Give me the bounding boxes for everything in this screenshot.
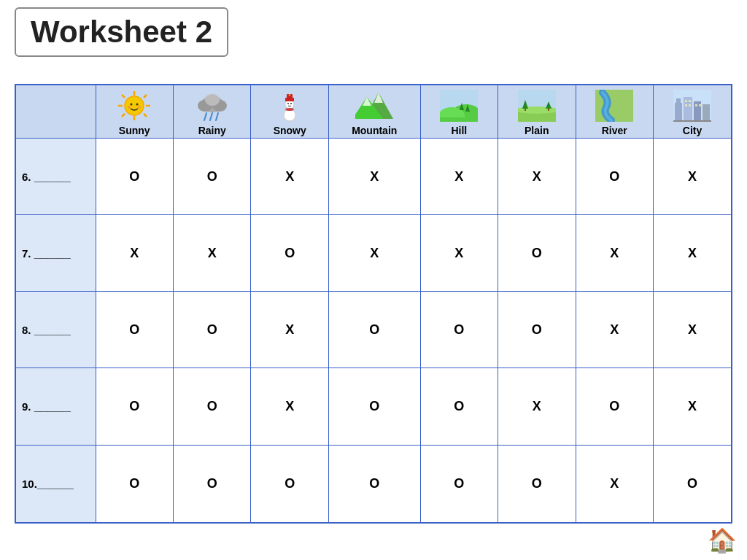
- city-label: City: [655, 125, 729, 136]
- svg-line-17: [204, 113, 206, 120]
- svg-point-16: [205, 94, 220, 106]
- cell-r6-c1: O: [96, 139, 173, 215]
- row-label-9: 9. ______: [15, 368, 96, 445]
- mountain-label: Mountain: [330, 125, 419, 136]
- cell-r6-c3: X: [251, 139, 328, 215]
- svg-line-18: [210, 113, 212, 120]
- cell-r8-c3: X: [251, 292, 328, 368]
- svg-point-10: [136, 104, 139, 106]
- plain-label: Plain: [500, 125, 573, 136]
- svg-point-9: [131, 104, 133, 106]
- cell-r9-c8: X: [653, 368, 732, 445]
- svg-rect-42: [525, 109, 526, 111]
- worksheet-table: Sunny Rainy: [15, 84, 732, 524]
- cell-r10-c7: X: [576, 445, 653, 523]
- cell-r9-c5: O: [420, 368, 498, 445]
- svg-line-4: [122, 95, 125, 98]
- row-label-6: 6. ______: [15, 139, 96, 215]
- svg-point-8: [125, 96, 144, 115]
- cell-r9-c4: O: [328, 368, 420, 445]
- cell-r7-c4: X: [328, 215, 420, 292]
- main-table-wrapper: Sunny Rainy: [15, 84, 732, 524]
- svg-rect-54: [685, 104, 687, 106]
- svg-point-20: [284, 109, 295, 121]
- header-snowy: Snowy: [251, 85, 328, 139]
- svg-point-12: [138, 106, 141, 109]
- cell-r9-c3: X: [251, 368, 328, 445]
- hill-label: Hill: [422, 125, 496, 136]
- cell-r8-c4: O: [328, 292, 420, 368]
- cell-r7-c3: O: [251, 215, 328, 292]
- svg-point-11: [128, 106, 131, 109]
- cell-r10-c2: O: [173, 445, 250, 523]
- table-row: 7. ______XXOXXOXX: [15, 215, 732, 292]
- svg-rect-56: [695, 104, 697, 106]
- svg-point-22: [287, 103, 289, 104]
- header-rainy: Rainy: [173, 85, 250, 139]
- cell-r8-c5: O: [420, 292, 498, 368]
- header-city: City: [653, 85, 732, 139]
- cell-r8-c7: X: [576, 292, 653, 368]
- table-row: 10.______OOOOOOXO: [15, 445, 732, 523]
- svg-rect-44: [548, 109, 549, 111]
- cell-r6-c6: X: [498, 139, 576, 215]
- cell-r7-c2: X: [173, 215, 250, 292]
- cell-r10-c8: O: [653, 445, 732, 523]
- row-label-8: 8. ______: [15, 292, 96, 368]
- cell-r6-c5: X: [420, 139, 498, 215]
- home-icon: 🏠: [708, 526, 737, 554]
- svg-rect-48: [676, 98, 681, 103]
- cell-r10-c6: O: [498, 445, 576, 523]
- sunny-label: Sunny: [98, 125, 171, 136]
- cell-r8-c1: O: [96, 292, 173, 368]
- header-river: River: [576, 85, 653, 139]
- svg-point-27: [285, 108, 294, 111]
- table-row: 6. ______OOXXXXOX: [15, 139, 732, 215]
- svg-rect-47: [675, 103, 682, 122]
- svg-line-5: [144, 114, 147, 117]
- cell-r7-c1: X: [96, 215, 173, 292]
- cell-r6-c2: O: [173, 139, 250, 215]
- cell-r10-c3: O: [251, 445, 328, 523]
- cell-r8-c2: O: [173, 292, 250, 368]
- row-label-10: 10.______: [15, 445, 96, 523]
- header-row: Sunny Rainy: [15, 85, 732, 139]
- cell-r10-c1: O: [96, 445, 173, 523]
- cell-r6-c7: O: [576, 139, 653, 215]
- svg-rect-51: [703, 104, 710, 122]
- row-label-7: 7. ______: [15, 215, 96, 292]
- cell-r8-c6: O: [498, 292, 576, 368]
- svg-line-7: [122, 114, 125, 117]
- svg-point-23: [290, 103, 292, 104]
- river-label: River: [578, 125, 651, 136]
- worksheet-title: Worksheet 2: [15, 7, 228, 57]
- snowy-label: Snowy: [252, 125, 326, 136]
- cell-r6-c8: X: [653, 139, 732, 215]
- cell-r7-c7: X: [576, 215, 653, 292]
- header-hill: Hill: [420, 85, 498, 139]
- table-row: 9. ______OOXOOXOX: [15, 368, 732, 445]
- header-sunny: Sunny: [96, 85, 173, 139]
- svg-line-6: [144, 95, 147, 98]
- cell-r10-c5: O: [420, 445, 498, 523]
- cell-r7-c5: X: [420, 215, 498, 292]
- header-plain: Plain: [498, 85, 576, 139]
- svg-rect-57: [699, 104, 701, 106]
- cell-r9-c1: O: [96, 368, 173, 445]
- svg-rect-49: [684, 97, 692, 122]
- cell-r7-c8: X: [653, 215, 732, 292]
- svg-rect-35: [440, 117, 478, 122]
- svg-marker-30: [374, 93, 383, 103]
- header-mountain: Mountain: [328, 85, 420, 139]
- cell-r8-c8: X: [653, 292, 732, 368]
- cell-r7-c6: O: [498, 215, 576, 292]
- svg-line-19: [216, 113, 218, 120]
- svg-rect-55: [689, 104, 691, 106]
- table-row: 8. ______OOXOOOXX: [15, 292, 732, 368]
- svg-rect-58: [673, 120, 711, 122]
- svg-rect-53: [689, 100, 691, 102]
- table-body: 6. ______OOXXXXOX7. ______XXOXXOXX8. ___…: [15, 139, 732, 524]
- cell-r9-c6: X: [498, 368, 576, 445]
- cell-r10-c4: O: [328, 445, 420, 523]
- cell-r9-c2: O: [173, 368, 250, 445]
